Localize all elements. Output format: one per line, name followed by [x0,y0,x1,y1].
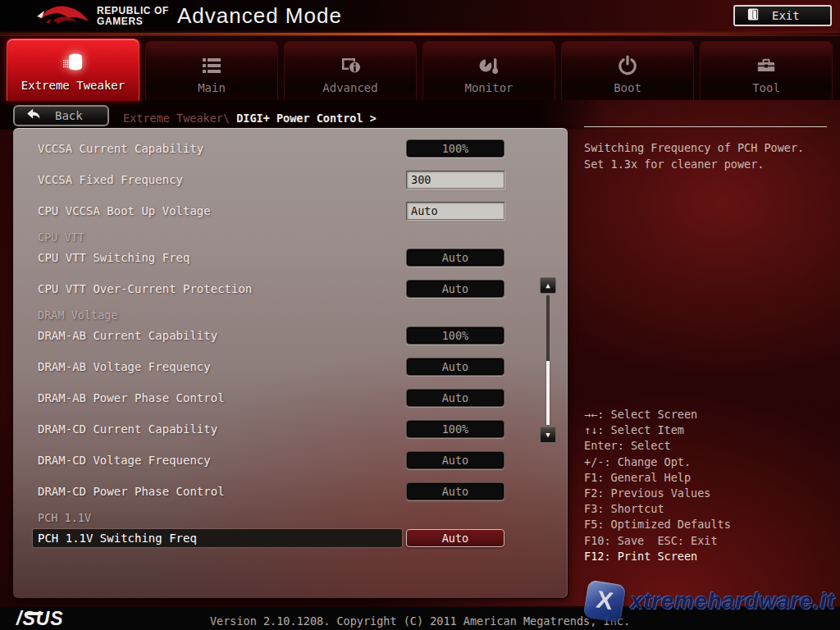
tab-bar: Extreme Tweaker Main Advanced Monitor Bo… [0,36,840,100]
setting-row-pch-1-1v-switching-freq[interactable]: PCH 1.1V Switching FreqAuto [13,523,568,554]
value-dropdown[interactable]: 100% [406,420,504,438]
setting-label: DRAM-CD Voltage Frequency [38,454,211,467]
legend-line: F2: Previous Values [584,486,731,501]
tab-monitor[interactable]: Monitor [422,41,555,100]
scroll-up-button[interactable]: ▲ [540,277,556,294]
help-divider [584,126,827,127]
value-dropdown[interactable]: Auto [406,482,504,500]
settings-panel: VCCSA Current Capability100%VCCSA Fixed … [13,128,568,598]
info-screen-icon [285,52,416,78]
tab-label: Advanced [285,81,416,94]
tab-advanced[interactable]: Advanced [284,41,417,100]
watermark: X xtremehardware.it [586,582,835,620]
setting-label: CPU VTT Over-Current Protection [38,282,252,295]
value-dropdown[interactable]: 100% [406,326,504,345]
setting-row-cpu-vtt-switching-freq[interactable]: CPU VTT Switching FreqAuto [13,242,568,273]
legend-line: +/-: Change Opt. [584,454,731,470]
value-dropdown[interactable]: 100% [406,139,504,158]
section-header-dram-voltage: DRAM Voltage [13,304,568,320]
setting-label: DRAM Voltage [38,308,118,322]
breadcrumb: Extreme Tweaker\ DIGI+ Power Control > [123,112,377,125]
value-input[interactable]: 300 [406,171,504,189]
setting-label: DRAM-CD Current Capability [38,422,217,436]
setting-label: DRAM-AB Current Capability [38,329,217,342]
toolbox-icon [701,52,832,78]
tab-label: Boot [562,81,693,94]
setting-label: CPU VTT Switching Freq [38,251,189,264]
setting-row-dram-cd-power-phase-control[interactable]: DRAM-CD Power Phase ControlAuto [13,476,568,507]
value-input[interactable]: Auto [406,202,504,220]
value-dropdown[interactable]: Auto [406,451,504,469]
value-dropdown[interactable]: Auto [406,529,504,547]
list-icon [146,52,277,78]
setting-row-vccsa-current-capability[interactable]: VCCSA Current Capability100% [13,133,568,164]
setting-label: PCH 1.1V Switching Freq [38,532,197,545]
setting-row-dram-cd-voltage-frequency[interactable]: DRAM-CD Voltage FrequencyAuto [13,445,568,476]
tab-label: Extreme Tweaker [7,79,139,92]
tab-label: Monitor [423,81,555,94]
legend-line: F5: Optimized Defaults [584,517,731,532]
rog-logo-icon [36,2,90,34]
setting-row-dram-ab-current-capability[interactable]: DRAM-AB Current Capability100% [13,320,568,351]
setting-row-cpu-vccsa-boot-up-voltage[interactable]: CPU VCCSA Boot Up VoltageAuto [13,195,568,226]
setting-label: VCCSA Current Capability [38,142,203,155]
section-header-cpu-vtt: CPU VTT [13,226,568,242]
scroll-down-button[interactable]: ▼ [540,427,556,443]
tab-tool[interactable]: Tool [700,41,833,100]
breadcrumb-parent: Extreme Tweaker\ [123,112,236,125]
tweaker-icon [7,49,139,75]
tab-extreme-tweaker[interactable]: Extreme Tweaker [7,39,139,101]
watermark-text: xtremehardware.it [630,589,835,614]
page-title: Advanced Mode [177,3,342,29]
legend-line: F10: Save ESC: Exit [584,533,731,549]
watermark-x-icon: X [583,580,627,623]
section-header-pch-1-1v: PCH 1.1V [13,507,568,523]
setting-row-dram-ab-voltage-frequency[interactable]: DRAM-AB Voltage FrequencyAuto [13,351,568,382]
legend-line: F3: Shortcut [584,501,731,517]
setting-label: VCCSA Fixed Frequency [38,173,183,186]
legend-line: F1: General Help [584,470,731,486]
exit-button[interactable]: Exit [733,5,832,26]
setting-row-vccsa-fixed-frequency[interactable]: VCCSA Fixed Frequency300 [13,164,568,195]
setting-row-dram-ab-power-phase-control[interactable]: DRAM-AB Power Phase ControlAuto [13,382,568,413]
gauge-icon [423,52,555,78]
tab-label: Tool [701,81,832,94]
legend-line: ↑↓: Select Item [584,422,731,438]
help-text: Switching Frequency of PCH Power. Set 1.… [584,140,804,172]
tab-main[interactable]: Main [145,41,278,100]
back-button[interactable]: Back [13,105,109,126]
tab-boot[interactable]: Boot [561,41,694,100]
tab-label: Main [146,81,277,94]
value-dropdown[interactable]: Auto [406,280,504,298]
brand-text: REPUBLIC OF GAMERS [97,6,169,27]
setting-row-cpu-vtt-over-current-protection[interactable]: CPU VTT Over-Current ProtectionAuto [13,273,568,304]
glow-divider [0,33,840,35]
setting-label: PCH 1.1V [38,511,91,524]
setting-label: CPU VCCSA Boot Up Voltage [38,204,211,217]
value-dropdown[interactable]: Auto [406,389,504,407]
setting-label: DRAM-CD Power Phase Control [38,485,225,498]
setting-label: CPU VTT [38,231,84,244]
value-dropdown[interactable]: Auto [406,358,504,376]
setting-label: DRAM-AB Power Phase Control [38,391,225,404]
exit-door-icon [746,7,760,24]
legend-line: →←: Select Screen [584,407,731,422]
back-arrow-icon [26,108,42,123]
top-bar: REPUBLIC OF GAMERS Advanced Mode Exit [0,0,840,33]
breadcrumb-current: DIGI+ Power Control > [236,112,377,125]
setting-label: DRAM-AB Voltage Frequency [38,360,211,373]
key-legend: →←: Select Screen↑↓: Select ItemEnter: S… [584,407,731,564]
value-dropdown[interactable]: Auto [406,249,504,267]
legend-line: Enter: Select [584,438,731,454]
scroll-thumb[interactable] [546,361,550,425]
setting-row-dram-cd-current-capability[interactable]: DRAM-CD Current Capability100% [13,413,568,445]
scrollbar: ▲ ▼ [540,277,556,443]
settings-list: VCCSA Current Capability100%VCCSA Fixed … [13,128,568,554]
legend-line: F12: Print Screen [584,549,731,564]
power-icon [562,52,693,78]
